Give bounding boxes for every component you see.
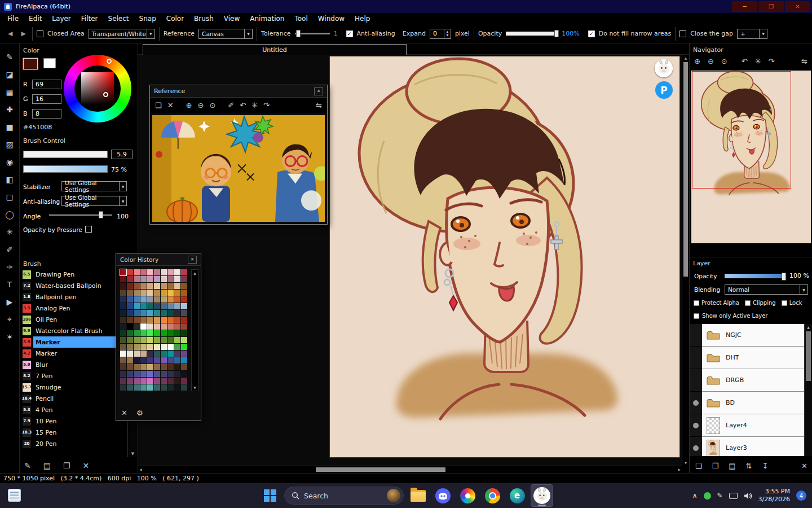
color-swatch[interactable] <box>167 283 174 289</box>
color-swatch[interactable] <box>134 276 140 282</box>
scroll-down-icon[interactable]: ▼ <box>682 459 689 466</box>
reference-titlebar[interactable]: Reference ✕ <box>150 85 327 98</box>
close-button[interactable]: ✕ <box>785 1 810 12</box>
color-swatch[interactable] <box>140 357 147 364</box>
color-swatch[interactable] <box>147 296 153 303</box>
pixiv-badge-icon[interactable]: P <box>655 81 673 99</box>
color-swatch[interactable] <box>174 269 180 275</box>
zoom-out-icon[interactable]: ⊖ <box>197 101 204 110</box>
menu-animation[interactable]: Animation <box>245 15 289 23</box>
layer-visibility-toggle[interactable] <box>690 437 702 456</box>
color-swatch[interactable] <box>181 337 187 343</box>
color-swatch[interactable] <box>120 337 126 343</box>
hand-tool-icon[interactable]: ✶ <box>4 331 15 342</box>
scroll-down-icon[interactable]: ▼ <box>193 386 196 389</box>
color-swatch[interactable] <box>120 290 126 296</box>
color-swatch[interactable] <box>154 296 160 303</box>
color-swatch[interactable] <box>147 378 153 384</box>
layer-opacity-slider[interactable] <box>725 274 784 278</box>
fill-rect-tool-icon[interactable]: ■ <box>4 121 15 132</box>
color-swatch[interactable] <box>181 276 187 282</box>
text-tool-icon[interactable]: T <box>4 279 15 290</box>
color-swatch[interactable] <box>140 351 147 357</box>
color-swatch[interactable] <box>127 323 133 330</box>
blending-dropdown[interactable]: Normal▼ <box>725 284 808 295</box>
prev-arrow-icon[interactable]: ◀ <box>6 30 15 37</box>
color-swatch[interactable] <box>181 317 187 323</box>
color-swatch[interactable] <box>174 364 180 370</box>
color-swatch[interactable] <box>154 283 160 289</box>
color-swatch[interactable] <box>120 364 126 370</box>
color-swatch[interactable] <box>127 303 133 309</box>
color-swatch[interactable] <box>134 344 140 350</box>
brush-size-slider[interactable] <box>23 151 108 158</box>
color-swatch[interactable] <box>167 317 174 323</box>
duplicate-brush-icon[interactable]: ❐ <box>63 461 70 470</box>
color-swatch[interactable] <box>181 357 187 364</box>
color-swatch[interactable] <box>120 276 126 282</box>
brush-item[interactable]: 9.9Watercolor Flat Brush <box>20 325 127 336</box>
pressure-checkbox[interactable] <box>85 226 92 233</box>
color-swatch[interactable] <box>154 378 160 384</box>
layer-visibility-toggle[interactable] <box>690 414 702 437</box>
menu-brush[interactable]: Brush <box>189 15 219 23</box>
color-swatch[interactable] <box>140 303 147 309</box>
clipping-checkbox[interactable] <box>745 300 751 306</box>
color-swatch[interactable] <box>147 323 153 330</box>
color-swatch[interactable] <box>161 378 167 384</box>
protect-alpha-checkbox[interactable] <box>694 300 699 306</box>
color-swatch[interactable] <box>154 323 160 330</box>
color-swatch[interactable] <box>154 276 160 282</box>
color-swatch[interactable] <box>181 384 187 391</box>
brush-item[interactable]: 6.5Drawing Pen <box>20 269 127 280</box>
scroll-right-icon[interactable]: ▶ <box>678 466 681 473</box>
brush-tool-icon[interactable]: ✎ <box>4 51 15 62</box>
color-swatch[interactable] <box>127 276 133 282</box>
color-swatch[interactable] <box>174 344 180 350</box>
color-swatch[interactable] <box>174 283 180 289</box>
layer-visibility-toggle[interactable] <box>690 392 702 414</box>
start-button[interactable] <box>259 484 281 507</box>
color-swatch[interactable] <box>161 351 167 357</box>
color-swatch[interactable] <box>181 303 187 309</box>
taskbar-app-discord[interactable] <box>431 484 454 507</box>
menu-help[interactable]: Help <box>350 15 375 23</box>
red-input[interactable]: 69 <box>32 80 61 89</box>
brush-item[interactable]: 8.27 Pen <box>20 370 127 382</box>
color-history-titlebar[interactable]: Color History ✕ <box>116 253 201 266</box>
scroll-left-icon[interactable]: ◀ <box>139 466 142 473</box>
color-swatch[interactable] <box>181 378 187 384</box>
color-swatch[interactable] <box>134 323 140 330</box>
new-canvas-icon[interactable]: ❏ <box>155 101 162 110</box>
color-swatch[interactable] <box>181 269 187 275</box>
color-swatch[interactable] <box>181 310 187 316</box>
brush-opacity-slider[interactable] <box>23 165 108 173</box>
color-swatch[interactable] <box>127 371 133 377</box>
clear-reference-icon[interactable]: ✕ <box>167 101 174 110</box>
navigator-preview[interactable] <box>691 71 811 243</box>
opacity-slider[interactable] <box>506 30 558 37</box>
rotate-right-icon[interactable]: ↷ <box>769 57 775 65</box>
layer-visibility-toggle[interactable] <box>690 324 702 347</box>
color-swatch[interactable] <box>120 323 126 330</box>
zoom-in-icon[interactable]: ⊕ <box>186 101 192 110</box>
color-swatch[interactable] <box>174 323 180 330</box>
color-swatch[interactable] <box>161 364 167 370</box>
color-swatch[interactable] <box>140 378 147 384</box>
brush-item[interactable]: 3.5Analog Pen <box>20 303 127 314</box>
color-swatch[interactable] <box>147 310 153 316</box>
color-swatch[interactable] <box>161 276 167 282</box>
restore-button[interactable]: ❐ <box>758 1 784 12</box>
color-swatch[interactable] <box>134 378 140 384</box>
color-swatch[interactable] <box>161 283 167 289</box>
zoom-in-icon[interactable]: ⊕ <box>694 57 700 65</box>
color-swatch[interactable] <box>127 283 133 289</box>
color-swatch[interactable] <box>120 371 126 377</box>
color-swatch[interactable] <box>120 283 126 289</box>
color-swatch[interactable] <box>181 344 187 350</box>
lock-checkbox[interactable] <box>782 300 787 306</box>
select-pen-tool-icon[interactable]: ✐ <box>4 244 15 255</box>
close-icon[interactable]: ✕ <box>314 87 323 95</box>
select-rect-tool-icon[interactable]: ▢ <box>4 191 15 202</box>
color-swatch[interactable] <box>127 330 133 336</box>
